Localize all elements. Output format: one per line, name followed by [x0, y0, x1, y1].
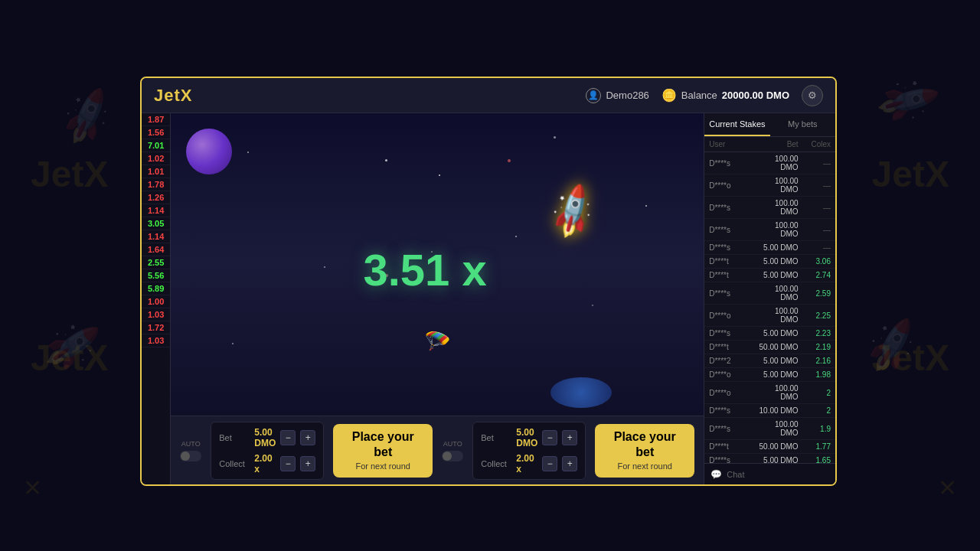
- stake-row: D****t50.00 DMO1.77: [704, 440, 835, 454]
- multiplier-item: 1.64: [142, 243, 170, 256]
- auto-toggle-1[interactable]: AUTO: [180, 440, 201, 461]
- multiplier-item: 1.87: [142, 113, 170, 126]
- multiplier-item: 1.03: [142, 334, 170, 347]
- main-window: JetX 👤 Demo286 🪙 Balance 20000.00 DMO ⚙ …: [140, 77, 837, 486]
- place-bet-sub-1: For next round: [355, 461, 410, 471]
- user-icon: 👤: [586, 88, 601, 103]
- bet-panel-2: Bet 5.00 DMO − + Collect 2.00 x − +: [472, 422, 586, 480]
- multiplier-display: 3.51 x: [363, 244, 486, 295]
- multiplier-item: 1.01: [142, 165, 170, 178]
- collect-plus-1[interactable]: +: [300, 456, 315, 471]
- multiplier-strip: 1.871.567.011.021.011.781.261.143.051.14…: [142, 113, 171, 484]
- stake-row: D****s5.00 DMO1.65: [704, 454, 835, 463]
- stake-row: D****s100.00 DMO2.59: [704, 282, 835, 305]
- auto-switch-2[interactable]: [442, 451, 463, 461]
- stake-bet: 5.00 DMO: [758, 357, 799, 365]
- bet-row-2: Bet 5.00 DMO − +: [481, 427, 577, 448]
- collect-minus-1[interactable]: −: [280, 456, 296, 471]
- stakes-header: User Bet Colex: [704, 137, 835, 152]
- collect-row-1: Collect 2.00 x − +: [219, 453, 315, 474]
- stake-user: D****o: [709, 181, 758, 190]
- stake-row: D****t5.00 DMO2.74: [704, 269, 835, 282]
- stake-coef: —: [799, 181, 831, 190]
- col-bet: Bet: [758, 140, 799, 148]
- place-bet-button-1[interactable]: Place your bet For next round: [333, 424, 433, 478]
- stake-bet: 100.00 DMO: [758, 221, 799, 238]
- stake-row: D****s5.00 DMO2.23: [704, 327, 835, 341]
- multiplier-item: 1.14: [142, 230, 170, 243]
- stake-coef: 2.23: [799, 329, 831, 337]
- place-bet-label-1: Place your bet: [348, 429, 417, 461]
- stake-coef: 2: [799, 406, 831, 415]
- game-canvas: 🚀 3.51 x 🪂: [171, 113, 704, 416]
- stake-row: D****o100.00 DMO2.25: [704, 305, 835, 327]
- settings-button[interactable]: ⚙: [802, 85, 823, 106]
- stake-user: D****s: [709, 159, 758, 168]
- stake-row: D****t50.00 DMO2.19: [704, 341, 835, 354]
- stake-coef: 1.77: [799, 442, 831, 451]
- place-bet-button-2[interactable]: Place your bet For next round: [595, 424, 694, 478]
- stake-user: D****t: [709, 343, 758, 351]
- bet-label-2: Bet: [481, 433, 511, 442]
- stake-coef: —: [799, 204, 831, 212]
- multiplier-item: 5.89: [142, 282, 170, 295]
- stake-row: D****s5.00 DMO—: [704, 241, 835, 255]
- stake-coef: 3.06: [799, 257, 831, 266]
- gear-icon: ⚙: [808, 90, 817, 101]
- bet-plus-1[interactable]: +: [300, 430, 315, 445]
- bet-panel-1: Bet 5.00 DMO − + Collect 2.00 x − +: [211, 422, 324, 480]
- bet-minus-2[interactable]: −: [542, 430, 557, 445]
- chat-icon: 💬: [710, 469, 722, 480]
- stake-bet: 50.00 DMO: [758, 343, 799, 351]
- bet-plus-2[interactable]: +: [562, 430, 577, 445]
- header: JetX 👤 Demo286 🪙 Balance 20000.00 DMO ⚙: [142, 78, 835, 113]
- stake-row: D****s100.00 DMO—: [704, 197, 835, 219]
- stake-row: D****o100.00 DMO2: [704, 382, 835, 404]
- stake-user: D****s: [709, 329, 758, 337]
- stake-coef: 2.74: [799, 271, 831, 279]
- multiplier-item: 1.26: [142, 191, 170, 204]
- stake-bet: 100.00 DMO: [758, 285, 799, 302]
- content-area: 1.871.567.011.021.011.781.261.143.051.14…: [142, 113, 835, 484]
- multiplier-item: 1.14: [142, 204, 170, 217]
- stake-coef: 2: [799, 389, 831, 397]
- tab-my-bets[interactable]: My bets: [770, 113, 835, 136]
- tab-current-stakes[interactable]: Current Stakes: [704, 113, 769, 136]
- auto-switch-1[interactable]: [180, 451, 201, 461]
- planet-purple: [186, 129, 232, 174]
- stake-row: D****o5.00 DMO1.98: [704, 368, 835, 382]
- bet-value-2: 5.00 DMO: [516, 427, 537, 448]
- stake-bet: 5.00 DMO: [758, 243, 799, 252]
- stake-user: D****s: [709, 226, 758, 234]
- multiplier-item: 1.78: [142, 178, 170, 191]
- stake-user: D****s: [709, 406, 758, 415]
- stake-coef: —: [799, 226, 831, 234]
- stake-coef: 2.25: [799, 311, 831, 320]
- multiplier-item: 3.05: [142, 217, 170, 230]
- logo-jet: JetX: [154, 86, 192, 105]
- bet-value-1: 5.00 DMO: [254, 427, 276, 448]
- col-coef: Colex: [799, 140, 831, 148]
- stakes-list: D****s100.00 DMO—D****o100.00 DMO—D****s…: [704, 152, 835, 463]
- auto-toggle-2[interactable]: AUTO: [442, 440, 463, 461]
- balance-info: 🪙 Balance 20000.00 DMO: [662, 88, 789, 103]
- stake-bet: 10.00 DMO: [758, 406, 799, 415]
- multiplier-item: 1.72: [142, 321, 170, 334]
- collect-minus-2[interactable]: −: [542, 456, 557, 471]
- stake-row: D****s100.00 DMO—: [704, 152, 835, 174]
- stake-bet: 50.00 DMO: [758, 442, 799, 451]
- stake-user: D****t: [709, 257, 758, 266]
- multiplier-item: 1.03: [142, 308, 170, 321]
- multiplier-item: 1.56: [142, 126, 170, 139]
- collect-value-1: 2.00 x: [254, 453, 276, 474]
- header-right: 👤 Demo286 🪙 Balance 20000.00 DMO ⚙: [586, 85, 823, 106]
- stake-coef: 2.16: [799, 357, 831, 365]
- chat-bar[interactable]: 💬 Chat: [704, 463, 835, 484]
- balance-amount: 20000.00 DMO: [722, 90, 789, 101]
- bet-minus-1[interactable]: −: [280, 430, 296, 445]
- dot-decoration: [508, 159, 511, 162]
- stake-row: D****s100.00 DMO1.9: [704, 418, 835, 440]
- collect-label-1: Collect: [219, 459, 250, 468]
- collect-plus-2[interactable]: +: [562, 456, 577, 471]
- stake-bet: 5.00 DMO: [758, 271, 799, 279]
